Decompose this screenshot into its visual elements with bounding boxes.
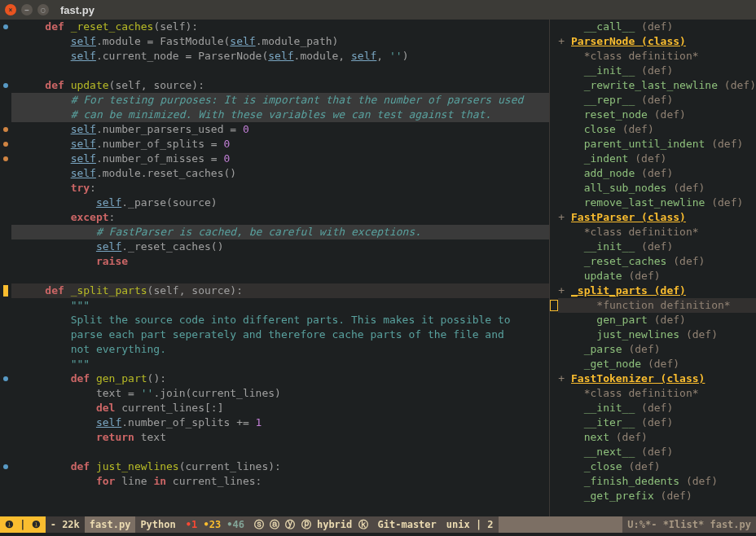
outline-item[interactable]: _indent (def) <box>558 152 756 166</box>
outline-item[interactable]: *class definition* <box>558 49 756 64</box>
code-line[interactable]: parse each part seperately and therefore… <box>11 327 549 342</box>
code-line[interactable]: def _split_parts(self, source): <box>11 283 549 298</box>
gutter-mark <box>0 415 11 430</box>
outline-item[interactable]: __init__ (def) <box>558 239 756 254</box>
gutter-mark <box>0 313 11 327</box>
code-line[interactable] <box>11 64 549 78</box>
code-line[interactable]: # can be minimized. With these variables… <box>11 108 549 122</box>
outline-item[interactable]: __init__ (def) <box>558 401 756 415</box>
code-text-area[interactable]: def _reset_caches(self): self.module = F… <box>11 20 549 516</box>
outline-gutter-mark <box>550 430 558 445</box>
outline-item[interactable]: __call__ (def) <box>558 20 756 34</box>
outline-gutter-mark <box>550 283 558 298</box>
code-line[interactable]: for line in current_lines: <box>11 474 549 489</box>
code-line[interactable]: Split the source code into different par… <box>11 313 549 327</box>
code-line[interactable]: self._parse(source) <box>11 196 549 210</box>
outline-header[interactable]: + ParserNode (class) <box>558 34 756 49</box>
code-line[interactable]: self.number_of_misses = 0 <box>11 152 549 166</box>
code-line[interactable]: self.module = FastModule(self.module_pat… <box>11 34 549 49</box>
code-line[interactable] <box>11 269 549 283</box>
outline-item[interactable]: remove_last_newline (def) <box>558 196 756 210</box>
outline-header[interactable]: + _split_parts (def) <box>558 283 756 298</box>
outline-item[interactable]: __init__ (def) <box>558 64 756 78</box>
status-warnings[interactable]: ❶ | ❶ <box>0 516 46 533</box>
status-vcs: Git-master <box>373 516 442 533</box>
outline-item[interactable]: __repr__ (def) <box>558 93 756 108</box>
code-line[interactable] <box>11 445 549 459</box>
outline-gutter-mark <box>550 489 558 503</box>
outline-item[interactable]: _parse (def) <box>558 342 756 357</box>
outline-gutter-mark <box>550 78 558 93</box>
code-line[interactable]: self.module.reset_caches() <box>11 166 549 181</box>
code-line[interactable]: def just_newlines(current_lines): <box>11 459 549 474</box>
code-line[interactable]: raise <box>11 254 549 269</box>
outline-header[interactable]: + FastParser (class) <box>558 210 756 225</box>
outline-item[interactable]: update (def) <box>558 269 756 283</box>
outline-gutter-mark <box>550 357 558 371</box>
window-minimize-button[interactable]: – <box>21 4 33 15</box>
code-line[interactable]: # For testing purposes: It is important … <box>11 93 549 108</box>
outline-gutter-mark <box>550 210 558 225</box>
outline-item[interactable]: parent_until_indent (def) <box>558 137 756 152</box>
code-line[interactable]: del current_lines[:] <box>11 401 549 415</box>
code-line[interactable]: return text <box>11 430 549 445</box>
outline-item[interactable]: _rewrite_last_newline (def) <box>558 78 756 93</box>
outline-item[interactable]: _get_node (def) <box>558 357 756 371</box>
outline-item[interactable]: __iter__ (def) <box>558 415 756 430</box>
code-line[interactable]: def gen_part(): <box>11 371 549 386</box>
outline-list[interactable]: __call__ (def)+ ParserNode (class) *clas… <box>558 20 756 516</box>
window-maximize-button[interactable]: ▢ <box>37 4 49 15</box>
gutter-mark <box>0 20 11 34</box>
window-close-button[interactable]: × <box>5 4 16 15</box>
outline-item[interactable]: _close (def) <box>558 459 756 474</box>
code-line[interactable]: self.number_of_splits += 1 <box>11 415 549 430</box>
outline-gutter-mark <box>550 108 558 122</box>
outline-item[interactable]: next (def) <box>558 430 756 445</box>
outline-gutter-mark <box>550 298 558 313</box>
gutter-mark <box>0 64 11 78</box>
main-code-pane[interactable]: def _reset_caches(self): self.module = F… <box>0 20 549 516</box>
code-line[interactable]: self.number_of_splits = 0 <box>11 137 549 152</box>
outline-item[interactable]: just_newlines (def) <box>558 327 756 342</box>
outline-item[interactable]: gen_part (def) <box>558 313 756 327</box>
code-line[interactable]: try: <box>11 181 549 196</box>
minibuffer[interactable] <box>0 533 756 536</box>
code-line[interactable]: """ <box>11 298 549 313</box>
outline-gutter-mark <box>550 386 558 401</box>
gutter-mark <box>0 122 11 137</box>
code-line[interactable]: self._reset_caches() <box>11 239 549 254</box>
gutter-mark <box>0 474 11 489</box>
outline-item[interactable]: *function definition* <box>558 298 756 313</box>
code-line[interactable]: text = ''.join(current_lines) <box>11 386 549 401</box>
status-errors: •1 <box>186 519 197 530</box>
code-line[interactable]: # FastParser is cached, be careful with … <box>11 225 549 239</box>
outline-gutter-mark <box>550 371 558 386</box>
outline-item[interactable]: *class definition* <box>558 386 756 401</box>
code-line[interactable]: self.number_parsers_used = 0 <box>11 122 549 137</box>
gutter-mark <box>0 283 11 298</box>
code-line[interactable]: self.current_node = ParserNode(self.modu… <box>11 49 549 64</box>
outline-item[interactable]: close (def) <box>558 122 756 137</box>
outline-item[interactable]: add_node (def) <box>558 166 756 181</box>
outline-pane[interactable]: __call__ (def)+ ParserNode (class) *clas… <box>549 20 756 516</box>
outline-gutter-mark <box>550 459 558 474</box>
outline-gutter-mark <box>550 152 558 166</box>
outline-item[interactable]: _finish_dedents (def) <box>558 474 756 489</box>
code-line[interactable]: def update(self, source): <box>11 78 549 93</box>
outline-item[interactable]: _reset_caches (def) <box>558 254 756 269</box>
gutter-mark <box>0 386 11 401</box>
gutter-mark <box>0 108 11 122</box>
code-line[interactable]: """ <box>11 357 549 371</box>
status-encoding: unix | 2 <box>442 516 499 533</box>
code-line[interactable]: def _reset_caches(self): <box>11 20 549 34</box>
status-mode: Python <box>135 516 180 533</box>
outline-header[interactable]: + FastTokenizer (class) <box>558 371 756 386</box>
outline-item[interactable]: *class definition* <box>558 225 756 239</box>
outline-item[interactable]: __next__ (def) <box>558 445 756 459</box>
outline-item[interactable]: all_sub_nodes (def) <box>558 181 756 196</box>
outline-item[interactable]: reset_node (def) <box>558 108 756 122</box>
outline-item[interactable]: _get_prefix (def) <box>558 489 756 503</box>
outline-gutter-mark <box>550 474 558 489</box>
code-line[interactable]: except: <box>11 210 549 225</box>
code-line[interactable]: not everything. <box>11 342 549 357</box>
